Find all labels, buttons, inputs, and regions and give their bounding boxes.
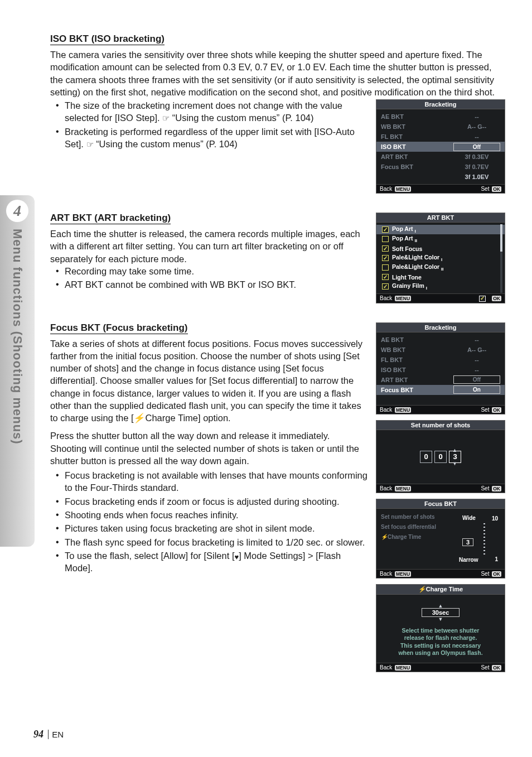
footer-back: Back MENU (380, 186, 411, 192)
art-filter-row: Pop Art I (376, 225, 505, 234)
menu-row: 3f 1.0EV (376, 172, 505, 182)
menu-row: Focus BKT3f 0.7EV (376, 162, 505, 172)
footer-back: Back MENU (380, 407, 411, 413)
footer-set: Set OK (481, 485, 501, 491)
digit: 0 (420, 451, 432, 463)
charge-description: Select time between shutter release for … (381, 627, 500, 658)
up-arrow-icon: ▲ (381, 604, 500, 608)
menu-row: AE BKT-- (376, 112, 505, 122)
art-filter-row: Grainy Film I (376, 282, 505, 291)
section-title: Focus BKT (Focus bracketing) (50, 322, 188, 334)
screen-set-shots: Set number of shots 0 0 3 Back MENU Set … (376, 420, 505, 493)
body-text: Take a series of shots at different focu… (50, 337, 368, 425)
list-item: Focus bracketing is not available with l… (65, 469, 368, 494)
menu-row: ART BKT3f 0.3EV (376, 152, 505, 162)
pointer-icon: ☞ (162, 113, 170, 124)
footer-back: Back MENU (380, 571, 411, 577)
section-iso-bkt: ISO BKT (ISO bracketing) The camera vari… (50, 33, 505, 199)
art-filter-row: Light Tone (376, 272, 505, 282)
menu-row: WB BKTA-- G-- (376, 345, 505, 355)
footer-set: Set OK (481, 407, 501, 413)
art-filter-row: Pale&Light Color I (376, 253, 505, 263)
screen-title: Set number of shots (376, 421, 505, 430)
list-item: To use the flash, select [Allow] for [Si… (65, 549, 368, 575)
screen-title: ART BKT (376, 213, 505, 223)
screen-charge-time: ⚡Charge Time ▲ 30sec ▼ Select time betwe… (376, 584, 505, 673)
checkbox-icon (382, 283, 389, 290)
section-title: ISO BKT (ISO bracketing) (50, 33, 165, 45)
page-number: 94 (33, 729, 43, 740)
menu-row: AE BKT-- (376, 335, 505, 345)
list-item: The flash sync speed for focus bracketin… (65, 536, 368, 548)
section-art-bkt: ART BKT (ART bracketing) Each time the s… (50, 213, 505, 309)
art-filter-row: Pop Art II (376, 234, 505, 244)
art-filter-row: Soft Focus (376, 244, 505, 253)
chapter-number: 4 (6, 200, 28, 222)
pointer-icon: ☞ (86, 139, 94, 150)
section-title: ART BKT (ART bracketing) (50, 213, 171, 224)
list-item: Recording may take some time. (65, 265, 368, 277)
footer-back: Back MENU (380, 664, 411, 671)
checkbox-icon (382, 274, 389, 280)
list-item: Bracketing is performed regardless of th… (65, 126, 368, 151)
section-focus-bkt: Focus BKT (Focus bracketing) Take a seri… (50, 322, 505, 678)
checkbox-icon (382, 245, 389, 252)
digit-active: 3 (449, 451, 461, 463)
screen-title: Focus BKT (376, 499, 505, 509)
checkbox-icon (382, 226, 389, 233)
menu-row: ISO BKTOff (376, 142, 505, 152)
digit: 0 (434, 451, 447, 463)
scrollbar (500, 224, 502, 293)
menu-row: FL BKT-- (376, 355, 505, 365)
list-item: ART BKT cannot be combined with WB BKT o… (65, 278, 368, 291)
list-item: Focus bracketing ends if zoom or focus i… (65, 495, 368, 508)
footer-set: Set OK (481, 664, 501, 671)
slider: Wide 10 3 Narrow 1 (457, 513, 498, 565)
menu-row: ART BKTOff (376, 375, 505, 385)
down-arrow-icon: ▼ (381, 617, 500, 621)
body-text: The camera varies the sensitivity over t… (50, 49, 505, 98)
screen-focus-bkt-detail: Focus BKT Set number of shots Set focus … (376, 499, 505, 578)
flash-icon: ⚡ (133, 412, 146, 424)
flash-icon: ⚡ (380, 532, 389, 542)
footer-back: Back MENU (380, 295, 411, 302)
footer-set: Set OK (481, 186, 501, 192)
side-tab: 4 Menu functions (Shooting menus) (0, 195, 35, 547)
footer-check: OK (479, 295, 501, 302)
page-footer: 94 EN (33, 729, 64, 740)
list-item: Pictures taken using focus bracketing ar… (65, 522, 368, 534)
list-item: Shooting ends when focus reaches infinit… (65, 509, 368, 521)
checkbox-icon (382, 264, 389, 271)
screen-bracketing-focus: Bracketing AE BKT--WB BKTA-- G--FL BKT--… (376, 322, 505, 414)
page-lang: EN (48, 730, 64, 739)
menu-row: FL BKT-- (376, 132, 505, 142)
side-label: Menu functions (Shooting menus) (10, 229, 25, 445)
flash-icon: ⚡ (418, 586, 427, 593)
menu-row: ISO BKT-- (376, 365, 505, 375)
checkbox-icon (382, 255, 389, 261)
screen-title: Bracketing (376, 100, 505, 109)
list-item: The size of the bracketing increment doe… (65, 99, 368, 124)
footer-set: Set OK (481, 571, 501, 577)
screen-title: Bracketing (376, 323, 505, 332)
body-text: Each time the shutter is released, the c… (50, 228, 368, 265)
heart-icon: ♥ (234, 553, 239, 561)
charge-value: 30sec (422, 608, 460, 617)
screen-title: ⚡Charge Time (376, 585, 505, 595)
checkbox-icon (382, 236, 389, 242)
footer-back: Back MENU (380, 485, 411, 491)
screen-art-bkt: ART BKT Pop Art IPop Art IISoft FocusPal… (376, 213, 505, 303)
menu-row: WB BKTA-- G-- (376, 122, 505, 132)
art-filter-row: Pale&Light Color II (376, 263, 505, 272)
screen-bracketing-iso: Bracketing AE BKT--WB BKTA-- G--FL BKT--… (376, 99, 505, 194)
menu-row: Focus BKTOn (376, 385, 505, 395)
body-text: Press the shutter button all the way dow… (50, 430, 368, 467)
